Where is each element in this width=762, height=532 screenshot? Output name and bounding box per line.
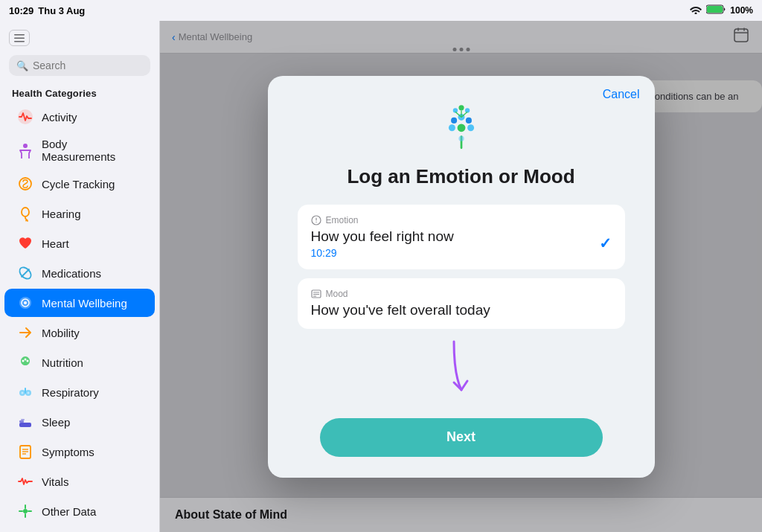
sidebar-item-other-data[interactable]: Other Data (4, 497, 155, 525)
svg-point-15 (22, 360, 25, 362)
other-data-icon (16, 502, 34, 520)
sidebar-item-heart-label: Heart (42, 237, 69, 250)
sidebar: 🔍 Health Categories Activity Body Measur… (0, 21, 160, 532)
emotion-card[interactable]: Emotion How you feel right now 10:29 ✓ (298, 205, 625, 269)
sidebar-item-symptoms-label: Symptoms (42, 446, 95, 458)
sleep-icon (16, 413, 34, 431)
svg-rect-4 (14, 41, 25, 42)
sidebar-item-mobility-label: Mobility (42, 327, 80, 339)
sidebar-item-vitals[interactable]: Vitals (4, 467, 155, 496)
health-categories-label: Health Categories (0, 83, 159, 102)
search-icon: 🔍 (16, 60, 28, 71)
sidebar-collapse-button[interactable] (9, 30, 30, 46)
sidebar-item-respiratory-label: Respiratory (42, 386, 99, 399)
main-content: ‹ Mental Wellbeing Cancel (160, 21, 762, 532)
sidebar-item-body-measurements-label: Body Measurements (42, 138, 143, 163)
next-button[interactable]: Next (320, 418, 603, 457)
svg-point-43 (467, 124, 474, 131)
sidebar-item-activity[interactable]: Activity (4, 103, 155, 131)
svg-rect-23 (19, 420, 24, 423)
svg-point-39 (457, 124, 465, 132)
sidebar-top-bar (0, 27, 159, 52)
app-container: 🔍 Health Categories Activity Body Measur… (0, 21, 762, 532)
nutrition-icon (16, 353, 34, 371)
sidebar-item-nutrition[interactable]: Nutrition (4, 348, 155, 376)
search-bar[interactable]: 🔍 (9, 55, 150, 76)
battery-percent: 100% (730, 5, 753, 16)
symptoms-icon (16, 443, 34, 461)
svg-point-44 (451, 117, 457, 123)
modal-dialog: Cancel (268, 76, 655, 478)
sidebar-item-hearing-label: Hearing (42, 208, 81, 220)
emotion-card-title: How you feel right now (311, 228, 454, 245)
emotion-card-header: Emotion (311, 215, 612, 225)
status-time: 10:29 (9, 5, 33, 16)
modal-title: Log an Emotion or Mood (347, 165, 574, 188)
pointer-arrow (439, 338, 484, 405)
svg-rect-2 (14, 34, 25, 36)
cycle-tracking-icon (16, 175, 34, 193)
health-records-section: Health Records ⌄ (0, 526, 159, 532)
modal-overlay: Cancel (160, 21, 762, 532)
svg-point-41 (458, 135, 464, 141)
body-measurements-icon (16, 141, 34, 159)
sidebar-item-symptoms[interactable]: Symptoms (4, 438, 155, 466)
svg-point-29 (23, 509, 28, 513)
sidebar-item-other-data-label: Other Data (42, 505, 96, 518)
status-bar: 10:29 Thu 3 Aug 100% (0, 0, 762, 21)
sidebar-item-mental-wellbeing[interactable]: Mental Wellbeing (4, 289, 155, 317)
emotion-card-subtitle: 10:29 (311, 247, 454, 259)
wifi-icon (690, 5, 702, 16)
svg-point-42 (448, 124, 455, 131)
mood-card[interactable]: Mood How you've felt overall today (298, 278, 625, 329)
sidebar-item-sleep-label: Sleep (42, 416, 70, 429)
sidebar-item-activity-label: Activity (42, 111, 77, 124)
sidebar-item-medications-label: Medications (42, 267, 101, 280)
svg-line-11 (22, 269, 30, 278)
modal-icon-area (435, 100, 488, 156)
hearing-icon (16, 205, 34, 222)
svg-rect-24 (21, 419, 25, 420)
sidebar-item-hearing[interactable]: Hearing (4, 199, 155, 228)
sidebar-item-mental-wellbeing-label: Mental Wellbeing (42, 297, 127, 310)
sidebar-item-cycle-tracking-label: Cycle Tracking (42, 178, 115, 190)
sidebar-item-respiratory[interactable]: Respiratory (4, 378, 155, 406)
svg-point-47 (458, 105, 464, 110)
mood-flower-icon (435, 100, 488, 153)
svg-rect-3 (14, 37, 25, 39)
mental-wellbeing-icon (16, 294, 34, 312)
sidebar-item-cycle-tracking[interactable]: Cycle Tracking (4, 170, 155, 198)
emotion-checkmark: ✓ (599, 234, 612, 252)
medications-icon (16, 264, 34, 282)
mood-card-title: How you've felt overall today (311, 302, 612, 318)
svg-point-8 (22, 208, 29, 217)
svg-point-9 (25, 220, 27, 222)
cancel-button[interactable]: Cancel (603, 88, 640, 101)
svg-point-6 (23, 144, 28, 148)
svg-point-14 (24, 301, 27, 304)
mood-type-label: Mood (326, 289, 348, 299)
vitals-icon (16, 472, 34, 490)
svg-rect-1 (707, 6, 723, 13)
mood-card-header: Mood (311, 289, 612, 299)
sidebar-item-mobility[interactable]: Mobility (4, 318, 155, 347)
sidebar-item-vitals-label: Vitals (42, 475, 68, 488)
heart-icon (16, 234, 34, 252)
svg-point-16 (25, 359, 27, 361)
sidebar-item-body-measurements[interactable]: Body Measurements (4, 132, 155, 168)
sidebar-item-nutrition-label: Nutrition (42, 356, 83, 369)
battery-icon (706, 4, 726, 16)
mobility-icon (16, 324, 34, 342)
svg-point-20 (22, 392, 24, 394)
svg-rect-22 (19, 423, 31, 427)
search-input[interactable] (33, 60, 143, 71)
respiratory-icon (16, 383, 34, 401)
sidebar-item-heart[interactable]: Heart (4, 229, 155, 257)
sidebar-item-sleep[interactable]: Sleep (4, 408, 155, 436)
svg-point-21 (28, 392, 30, 394)
sidebar-item-medications[interactable]: Medications (4, 259, 155, 287)
svg-point-45 (465, 117, 471, 123)
arrow-container (298, 338, 625, 412)
emotion-type-label: Emotion (326, 215, 359, 225)
emotion-card-row: How you feel right now 10:29 ✓ (311, 228, 612, 259)
